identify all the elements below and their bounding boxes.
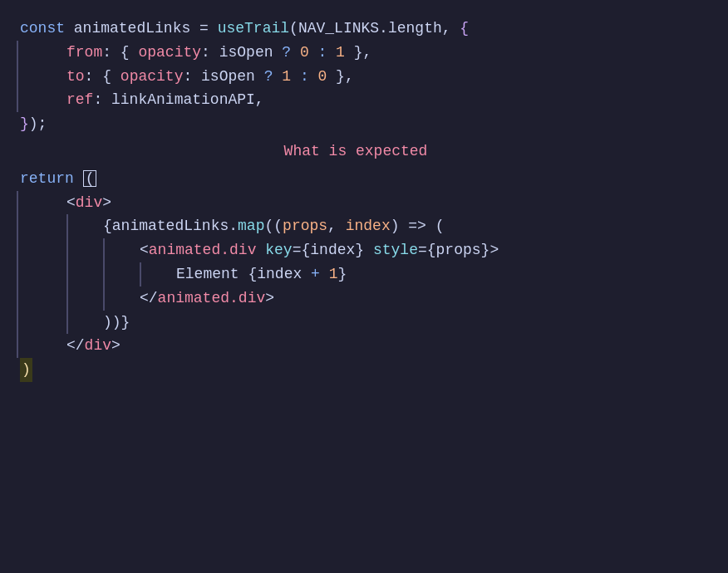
code-line-4: ref : linkAnimationAPI , — [28, 88, 728, 112]
arrow: ) => ( — [391, 214, 445, 238]
key-ref: ref — [66, 88, 93, 112]
key-opacity: opacity — [138, 41, 201, 65]
lt3: </ — [140, 286, 158, 311]
brace-open2: { — [103, 214, 112, 238]
brace-open: { — [460, 17, 469, 41]
colon6: : — [291, 65, 317, 89]
index2: index — [257, 262, 302, 286]
props-val: props — [436, 238, 481, 262]
brace-key: { — [301, 238, 310, 262]
num-0: 0 — [300, 41, 309, 65]
eq2: = — [418, 238, 427, 262]
colon: : { — [102, 41, 138, 65]
element-text: Element — [176, 262, 248, 286]
comma2: , — [255, 88, 264, 112]
close-parens: )) — [103, 311, 121, 335]
annotation-line: What is expected — [17, 140, 728, 164]
code-line-15: ) — [17, 358, 728, 382]
dot: . — [379, 17, 388, 41]
keyword-return: return — [20, 167, 83, 191]
return-paren: ( — [83, 170, 97, 187]
div-block: { animatedLinks . map (( props , index )… — [66, 214, 728, 334]
key-from: from — [66, 41, 102, 65]
close-paren: ); — [29, 112, 47, 136]
length: length — [388, 17, 442, 41]
code-line-2: from : { opacity : isOpen ? 0 : 1 }, — [28, 41, 728, 65]
param-index: index — [346, 214, 391, 238]
colon7: : — [93, 88, 111, 112]
brace-idx: { — [248, 262, 257, 286]
annotation-text: What is expected — [284, 140, 428, 164]
lt4: </ — [66, 334, 85, 358]
linkAnimationAPI: linkAnimationAPI — [111, 88, 255, 112]
tag-div: div — [76, 191, 102, 215]
brace-idx-close: } — [337, 262, 347, 286]
colon5: : — [183, 65, 201, 89]
isOpen1: isOpen — [219, 41, 273, 65]
isOpen2: isOpen — [201, 65, 255, 89]
keyword-const: const — [20, 17, 74, 41]
code-line-11: Element { index + 1 } — [151, 262, 728, 286]
gt4: > — [111, 334, 121, 358]
code-line-10: < animated.div key = { index } style = {… — [115, 238, 728, 262]
brace-key-close: } — [355, 238, 364, 262]
code-line-3: to : { opacity : isOpen ? 1 : 0 }, — [28, 65, 728, 89]
code-line-14: </ div > — [28, 334, 728, 358]
gt2: > — [489, 238, 499, 262]
return-block: < div > { animatedLinks . map (( props ,… — [17, 191, 728, 359]
map-block: < animated.div key = { index } style = {… — [103, 238, 728, 310]
paren2: (( — [264, 214, 283, 238]
colon2: : — [201, 41, 219, 65]
equals: = — [190, 17, 217, 41]
code-line-5: } ); — [17, 112, 728, 136]
var-animatedLinks: animatedLinks — [74, 17, 190, 41]
tag-animated-div-close: animated.div — [158, 286, 266, 311]
key-to: to — [66, 65, 85, 89]
lt2: < — [140, 238, 149, 262]
func-useTrail: useTrail — [218, 17, 289, 41]
code-line-7: return ( — [17, 167, 728, 191]
space2 — [364, 238, 373, 262]
brace-style-close: } — [481, 238, 490, 262]
colon3: : — [309, 41, 336, 65]
animated-div-block: Element { index + 1 } — [140, 262, 728, 286]
code-line-9: { animatedLinks . map (( props , index )… — [78, 214, 728, 238]
param-props: props — [283, 214, 327, 238]
attr-style: style — [373, 238, 418, 262]
ternary2: ? — [255, 65, 282, 89]
eq1: = — [293, 238, 302, 262]
brace-close1: }, — [345, 41, 371, 65]
code-editor: const animatedLinks = useTrail ( NAV_LIN… — [0, 0, 728, 573]
code-line-12: </ animated.div > — [115, 286, 728, 311]
animatedLinks2: animatedLinks — [112, 214, 229, 238]
attr-key: key — [265, 238, 292, 262]
tag-div-close: div — [85, 334, 111, 358]
space1 — [256, 238, 265, 262]
key-opacity2: opacity — [121, 65, 184, 89]
func-map: map — [238, 214, 264, 238]
ternary1: ? — [273, 41, 299, 65]
num-1: 1 — [336, 41, 345, 65]
code-line-8: < div > — [28, 191, 728, 215]
close-paren2: ) — [20, 358, 32, 382]
num-1c: 1 — [329, 262, 338, 286]
object-block: from : { opacity : isOpen ? 0 : 1 }, to … — [17, 41, 728, 112]
comma: , — [442, 17, 460, 41]
brace-style: { — [427, 238, 436, 262]
tag-animated-div: animated.div — [149, 238, 257, 262]
colon4: : { — [85, 65, 121, 89]
dot2: . — [229, 214, 238, 238]
brace-close2: }, — [327, 65, 353, 89]
plus: + — [302, 262, 328, 286]
lt1: < — [66, 191, 76, 215]
nav-links: NAV_LINKS — [298, 17, 379, 41]
num-1b: 1 — [282, 65, 291, 89]
comma3: , — [327, 214, 346, 238]
close-brace: } — [20, 112, 29, 136]
gt1: > — [102, 191, 111, 215]
code-line-1: const animatedLinks = useTrail ( NAV_LIN… — [17, 17, 728, 41]
index-val: index — [310, 238, 355, 262]
close-brace2: } — [121, 311, 130, 335]
paren-open: ( — [289, 17, 298, 41]
num-0b: 0 — [318, 65, 327, 89]
